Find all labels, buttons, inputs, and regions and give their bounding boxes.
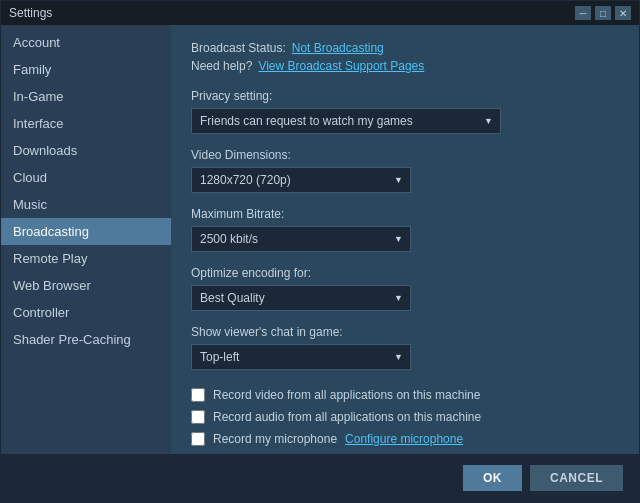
ok-button[interactable]: OK <box>463 465 522 491</box>
record-video-label: Record video from all applications on th… <box>213 388 480 402</box>
checkbox-row-2: Record audio from all applications on th… <box>191 410 619 424</box>
close-button[interactable]: ✕ <box>615 6 631 20</box>
content-area: AccountFamilyIn-GameInterfaceDownloadsCl… <box>1 25 639 454</box>
sidebar-item-in-game[interactable]: In-Game <box>1 83 171 110</box>
record-audio-checkbox[interactable] <box>191 410 205 424</box>
window-controls: ─ □ ✕ <box>575 6 631 20</box>
max-bitrate-label: Maximum Bitrate: <box>191 207 619 221</box>
broadcast-status-label: Broadcast Status: <box>191 41 286 55</box>
sidebar: AccountFamilyIn-GameInterfaceDownloadsCl… <box>1 25 171 454</box>
broadcast-header: Broadcast Status: Not Broadcasting Need … <box>191 41 619 73</box>
privacy-select-wrapper: Friends can request to watch my gamesAny… <box>191 108 501 134</box>
max-bitrate-section: Maximum Bitrate: 2500 kbit/s5000 kbit/s1… <box>191 207 619 252</box>
sidebar-item-controller[interactable]: Controller <box>1 299 171 326</box>
sidebar-item-broadcasting[interactable]: Broadcasting <box>1 218 171 245</box>
video-dimensions-select[interactable]: 1280x720 (720p)1920x1080 (1080p)854x480 … <box>191 167 411 193</box>
checkbox-row-3: Record my microphone Configure microphon… <box>191 432 619 446</box>
sidebar-item-interface[interactable]: Interface <box>1 110 171 137</box>
checkboxes-section: Record video from all applications on th… <box>191 388 619 454</box>
record-microphone-checkbox[interactable] <box>191 432 205 446</box>
sidebar-item-remote-play[interactable]: Remote Play <box>1 245 171 272</box>
sidebar-item-account[interactable]: Account <box>1 29 171 56</box>
privacy-label: Privacy setting: <box>191 89 619 103</box>
max-bitrate-select[interactable]: 2500 kbit/s5000 kbit/s1000 kbit/s500 kbi… <box>191 226 411 252</box>
privacy-select[interactable]: Friends can request to watch my gamesAny… <box>191 108 501 134</box>
sidebar-item-web-browser[interactable]: Web Browser <box>1 272 171 299</box>
checkbox-row-1: Record video from all applications on th… <box>191 388 619 402</box>
optimize-select[interactable]: Best QualityBest PerformanceBalanced <box>191 285 411 311</box>
broadcast-status-value[interactable]: Not Broadcasting <box>292 41 384 55</box>
video-dimensions-section: Video Dimensions: 1280x720 (720p)1920x10… <box>191 148 619 193</box>
sidebar-item-cloud[interactable]: Cloud <box>1 164 171 191</box>
settings-window: Settings ─ □ ✕ AccountFamilyIn-GameInter… <box>0 0 640 503</box>
chat-select-wrapper: Top-leftTop-rightBottom-leftBottom-right… <box>191 344 411 370</box>
record-microphone-label: Record my microphone <box>213 432 337 446</box>
privacy-section: Privacy setting: Friends can request to … <box>191 89 619 134</box>
minimize-button[interactable]: ─ <box>575 6 591 20</box>
title-bar: Settings ─ □ ✕ <box>1 1 639 25</box>
sidebar-item-family[interactable]: Family <box>1 56 171 83</box>
main-panel: Broadcast Status: Not Broadcasting Need … <box>171 25 639 454</box>
chat-label: Show viewer's chat in game: <box>191 325 619 339</box>
video-dimensions-select-wrapper: 1280x720 (720p)1920x1080 (1080p)854x480 … <box>191 167 411 193</box>
optimize-label: Optimize encoding for: <box>191 266 619 280</box>
record-audio-label: Record audio from all applications on th… <box>213 410 481 424</box>
sidebar-item-shader-pre-caching[interactable]: Shader Pre-Caching <box>1 326 171 353</box>
sidebar-item-downloads[interactable]: Downloads <box>1 137 171 164</box>
video-dimensions-label: Video Dimensions: <box>191 148 619 162</box>
optimize-section: Optimize encoding for: Best QualityBest … <box>191 266 619 311</box>
need-help-label: Need help? <box>191 59 252 73</box>
sidebar-item-music[interactable]: Music <box>1 191 171 218</box>
maximize-button[interactable]: □ <box>595 6 611 20</box>
support-pages-link[interactable]: View Broadcast Support Pages <box>258 59 424 73</box>
max-bitrate-select-wrapper: 2500 kbit/s5000 kbit/s1000 kbit/s500 kbi… <box>191 226 411 252</box>
configure-microphone-link[interactable]: Configure microphone <box>345 432 463 446</box>
chat-section: Show viewer's chat in game: Top-leftTop-… <box>191 325 619 370</box>
optimize-select-wrapper: Best QualityBest PerformanceBalanced <box>191 285 411 311</box>
cancel-button[interactable]: CANCEL <box>530 465 623 491</box>
chat-select[interactable]: Top-leftTop-rightBottom-leftBottom-right… <box>191 344 411 370</box>
broadcast-status-row: Broadcast Status: Not Broadcasting <box>191 41 619 55</box>
footer: OK CANCEL <box>1 454 639 502</box>
record-video-checkbox[interactable] <box>191 388 205 402</box>
need-help-row: Need help? View Broadcast Support Pages <box>191 59 619 73</box>
window-title: Settings <box>9 6 52 20</box>
